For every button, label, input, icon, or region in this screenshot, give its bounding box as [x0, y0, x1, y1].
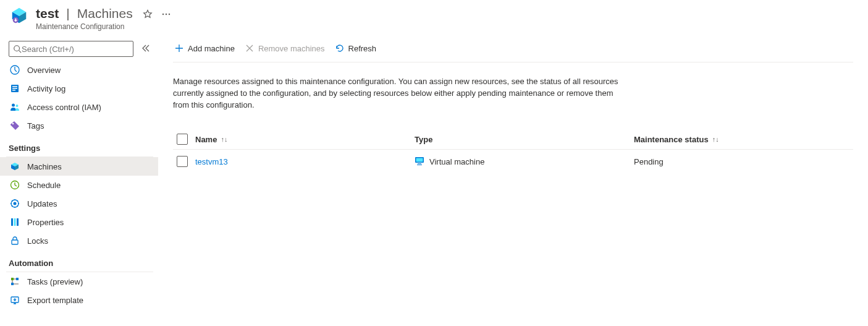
machines-icon — [10, 161, 20, 171]
sidebar-item-locks[interactable]: Locks — [0, 231, 158, 250]
sidebar-item-label: Updates — [27, 199, 57, 208]
table-row[interactable]: testvm13 Virtual machine Pending — [173, 150, 853, 174]
sidebar-item-label: Export template — [27, 296, 83, 305]
sidebar-item-label: Properties — [27, 218, 64, 227]
type-label: Virtual machine — [429, 157, 484, 166]
collapse-sidebar-button[interactable] — [140, 42, 152, 56]
refresh-button[interactable]: Refresh — [334, 41, 378, 56]
sidebar-item-label: Overview — [27, 66, 61, 75]
main-content: Add machine Remove machines Refresh Mana… — [158, 37, 868, 326]
toolbar-label: Add machine — [188, 44, 235, 53]
svg-rect-22 — [11, 283, 14, 285]
svg-rect-21 — [11, 278, 14, 280]
table-header: Name ↑↓ Type Maintenance status ↑↓ — [173, 130, 853, 150]
sidebar-item-label: Schedule — [27, 181, 61, 190]
svg-point-1 — [162, 13, 164, 14]
page-header: test | Machines Maintenance Configuratio… — [0, 0, 868, 37]
svg-rect-20 — [12, 240, 18, 244]
machines-table: Name ↑↓ Type Maintenance status ↑↓ testv… — [173, 130, 853, 174]
svg-point-2 — [166, 13, 167, 14]
sidebar-item-export-template[interactable]: Export template — [0, 291, 158, 309]
more-actions-icon[interactable] — [161, 9, 171, 21]
column-label: Maintenance status — [634, 135, 709, 144]
svg-point-13 — [12, 123, 14, 125]
access-control-icon — [10, 102, 20, 112]
resource-link[interactable]: testvm13 — [195, 157, 228, 166]
sidebar-item-label: Tags — [27, 121, 44, 131]
remove-machines-button: Remove machines — [243, 41, 326, 56]
sidebar-item-tags[interactable]: Tags — [0, 116, 158, 135]
svg-rect-28 — [417, 165, 422, 165]
refresh-icon — [335, 43, 345, 53]
svg-rect-9 — [12, 88, 17, 89]
search-box[interactable] — [9, 41, 133, 57]
activity-log-icon — [10, 84, 20, 93]
sort-icon: ↑↓ — [221, 135, 227, 143]
sidebar-section-settings: Settings — [0, 135, 158, 157]
sidebar-item-label: Activity log — [27, 84, 65, 93]
overview-icon — [10, 65, 20, 75]
x-icon — [245, 43, 255, 53]
sidebar-item-updates[interactable]: Updates — [0, 194, 158, 213]
svg-rect-18 — [14, 218, 16, 226]
sidebar-item-label: Access control (IAM) — [27, 103, 101, 112]
svg-point-12 — [16, 105, 19, 107]
column-status[interactable]: Maintenance status ↑↓ — [634, 130, 853, 149]
properties-icon — [10, 217, 20, 227]
title-separator: | — [65, 6, 70, 21]
tags-icon — [10, 121, 20, 131]
select-all-checkbox[interactable] — [177, 134, 188, 145]
svg-point-4 — [14, 46, 20, 51]
favorite-star-icon[interactable] — [143, 9, 153, 21]
search-input[interactable] — [22, 45, 129, 54]
column-label: Type — [415, 135, 432, 144]
svg-point-16 — [14, 202, 17, 205]
toolbar: Add machine Remove machines Refresh — [173, 37, 853, 62]
sidebar-item-label: Tasks (preview) — [27, 277, 83, 286]
resource-name: test — [36, 6, 59, 21]
column-label: Name — [195, 135, 217, 144]
schedule-icon — [10, 180, 20, 190]
svg-rect-23 — [16, 278, 19, 280]
column-type[interactable]: Type — [415, 130, 634, 149]
sidebar-item-label: Locks — [27, 236, 48, 246]
svg-line-5 — [19, 51, 22, 53]
vm-icon — [415, 156, 424, 168]
section-title: Machines — [77, 6, 133, 21]
resource-type-label: Maintenance Configuration — [36, 22, 171, 31]
row-checkbox[interactable] — [177, 156, 188, 167]
status-label: Pending — [634, 157, 664, 166]
tasks-icon — [10, 277, 20, 286]
svg-rect-26 — [416, 158, 423, 161]
svg-rect-19 — [17, 218, 19, 226]
column-name[interactable]: Name ↑↓ — [195, 130, 415, 149]
sidebar-section-automation: Automation — [0, 250, 158, 272]
search-icon — [13, 45, 22, 53]
locks-icon — [10, 236, 20, 246]
sidebar-item-properties[interactable]: Properties — [0, 213, 158, 231]
sidebar-item-activity-log[interactable]: Activity log — [0, 79, 158, 98]
svg-point-3 — [169, 13, 170, 14]
sidebar-item-overview[interactable]: Overview — [0, 61, 158, 79]
sidebar-item-schedule[interactable]: Schedule — [0, 176, 158, 194]
sidebar-item-access-control[interactable]: Access control (IAM) — [0, 98, 158, 116]
toolbar-label: Refresh — [348, 44, 377, 53]
export-template-icon — [10, 295, 20, 305]
svg-point-11 — [12, 104, 15, 107]
add-machine-button[interactable]: Add machine — [173, 41, 236, 56]
description-text: Manage resources assigned to this mainte… — [173, 62, 630, 111]
sidebar-item-tasks[interactable]: Tasks (preview) — [0, 272, 158, 291]
svg-rect-10 — [12, 90, 15, 91]
toolbar-label: Remove machines — [258, 44, 325, 53]
plus-icon — [174, 43, 184, 53]
svg-rect-17 — [11, 218, 13, 226]
svg-rect-27 — [418, 163, 421, 164]
sidebar-item-label: Machines — [27, 162, 62, 171]
sidebar-item-machines[interactable]: Machines — [0, 157, 158, 176]
maintenance-config-icon — [10, 6, 28, 27]
sort-icon: ↑↓ — [712, 135, 719, 143]
updates-icon — [10, 199, 20, 208]
sidebar: Overview Activity log Access control (IA… — [0, 37, 158, 326]
svg-rect-8 — [12, 86, 17, 87]
